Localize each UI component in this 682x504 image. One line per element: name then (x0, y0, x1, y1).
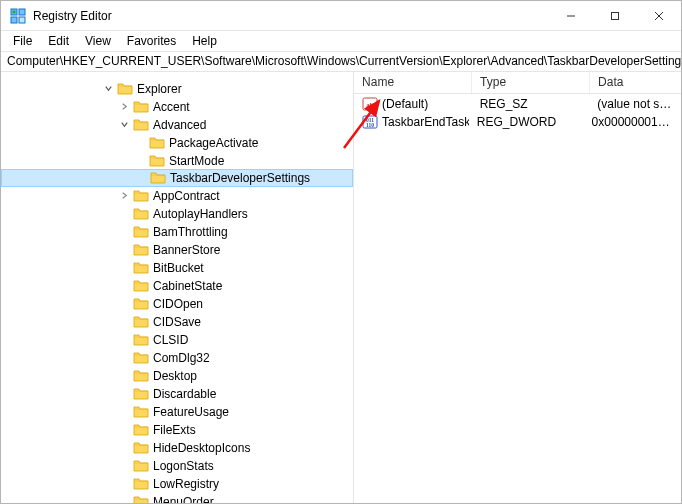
tree-item-appcontract[interactable]: AppContract (1, 187, 353, 205)
minimize-button[interactable] (549, 1, 593, 31)
expander-placeholder (117, 297, 131, 311)
expander-placeholder (117, 207, 131, 221)
value-data: (value not set) (589, 97, 681, 111)
value-type: REG_SZ (472, 97, 590, 111)
tree-item-label: PackageActivate (169, 136, 258, 150)
value-name: (Default) (382, 97, 428, 111)
values-pane[interactable]: Name Type Data ab(Default)REG_SZ(value n… (354, 72, 681, 503)
tree-item-hidedesktopicons[interactable]: HideDesktopIcons (1, 439, 353, 457)
svg-rect-6 (612, 12, 619, 19)
expander-placeholder (117, 441, 131, 455)
tree-item-label: CLSID (153, 333, 188, 347)
value-row[interactable]: ab(Default)REG_SZ(value not set) (354, 95, 681, 113)
tree-item-label: CIDSave (153, 315, 201, 329)
tree-item-bitbucket[interactable]: BitBucket (1, 259, 353, 277)
list-header: Name Type Data (354, 72, 681, 94)
expander-placeholder (117, 333, 131, 347)
folder-icon (133, 225, 149, 239)
tree-item-fileexts[interactable]: FileExts (1, 421, 353, 439)
svg-rect-2 (11, 17, 17, 23)
tree-item-accent[interactable]: Accent (1, 98, 353, 116)
menu-file[interactable]: File (5, 32, 40, 50)
header-type[interactable]: Type (472, 72, 590, 93)
tree-item-autoplayhandlers[interactable]: AutoplayHandlers (1, 205, 353, 223)
folder-icon (133, 459, 149, 473)
tree-item-bannerstore[interactable]: BannerStore (1, 241, 353, 259)
registry-editor-window: Registry Editor File Edit View Favorites… (0, 0, 682, 504)
value-data: 0x00000001 (1) (584, 115, 681, 129)
tree-item-bamthrottling[interactable]: BamThrottling (1, 223, 353, 241)
tree-item-label: FeatureUsage (153, 405, 229, 419)
regedit-icon (9, 7, 27, 25)
folder-icon (150, 171, 166, 185)
tree-item-taskbardevelopersettings[interactable]: TaskbarDeveloperSettings (1, 169, 353, 187)
close-button[interactable] (637, 1, 681, 31)
tree-item-lowregistry[interactable]: LowRegistry (1, 475, 353, 493)
folder-icon (133, 405, 149, 419)
tree-item-label: BitBucket (153, 261, 204, 275)
tree-item-cabinetstate[interactable]: CabinetState (1, 277, 353, 295)
folder-icon (149, 136, 165, 150)
svg-text:110: 110 (366, 122, 374, 128)
folder-icon (133, 477, 149, 491)
tree-item-label: CIDOpen (153, 297, 203, 311)
folder-icon (133, 315, 149, 329)
chevron-down-icon[interactable] (101, 82, 115, 96)
menu-view[interactable]: View (77, 32, 119, 50)
tree-item-label: LowRegistry (153, 477, 219, 491)
folder-icon (133, 351, 149, 365)
menu-help[interactable]: Help (184, 32, 225, 50)
tree-item-label: Explorer (137, 82, 182, 96)
tree-pane[interactable]: ExplorerAccentAdvancedPackageActivateSta… (1, 72, 354, 503)
tree-item-cidopen[interactable]: CIDOpen (1, 295, 353, 313)
tree-item-label: Desktop (153, 369, 197, 383)
tree-item-menuorder[interactable]: MenuOrder (1, 493, 353, 503)
menu-favorites[interactable]: Favorites (119, 32, 184, 50)
menu-edit[interactable]: Edit (40, 32, 77, 50)
tree-item-packageactivate[interactable]: PackageActivate (1, 134, 353, 152)
expander-placeholder (117, 459, 131, 473)
tree-item-label: StartMode (169, 154, 224, 168)
tree-item-cidsave[interactable]: CIDSave (1, 313, 353, 331)
tree-item-discardable[interactable]: Discardable (1, 385, 353, 403)
tree-item-label: CabinetState (153, 279, 222, 293)
svg-rect-3 (19, 17, 25, 23)
expander-placeholder (117, 351, 131, 365)
expander-placeholder (134, 171, 148, 185)
chevron-right-icon[interactable] (117, 100, 131, 114)
expander-placeholder (117, 405, 131, 419)
expander-placeholder (117, 225, 131, 239)
tree-item-comdlg32[interactable]: ComDlg32 (1, 349, 353, 367)
expander-placeholder (117, 423, 131, 437)
tree-item-label: Discardable (153, 387, 216, 401)
expander-placeholder (117, 279, 131, 293)
reg-sz-icon: ab (362, 96, 378, 112)
folder-icon (133, 207, 149, 221)
tree-item-label: ComDlg32 (153, 351, 210, 365)
folder-icon (133, 279, 149, 293)
folder-icon (117, 82, 133, 96)
folder-icon (133, 189, 149, 203)
value-row[interactable]: 011110TaskbarEndTaskREG_DWORD0x00000001 … (354, 113, 681, 131)
value-name: TaskbarEndTask (382, 115, 469, 129)
folder-icon (133, 495, 149, 503)
tree-item-advanced[interactable]: Advanced (1, 116, 353, 134)
tree-item-desktop[interactable]: Desktop (1, 367, 353, 385)
tree-item-explorer[interactable]: Explorer (1, 80, 353, 98)
folder-icon (133, 261, 149, 275)
chevron-down-icon[interactable] (117, 118, 131, 132)
maximize-button[interactable] (593, 1, 637, 31)
header-data[interactable]: Data (590, 72, 681, 93)
reg-dword-icon: 011110 (362, 114, 378, 130)
expander-placeholder (133, 136, 147, 150)
folder-icon (133, 369, 149, 383)
tree-item-clsid[interactable]: CLSID (1, 331, 353, 349)
tree-item-featureusage[interactable]: FeatureUsage (1, 403, 353, 421)
address-bar[interactable]: Computer\HKEY_CURRENT_USER\Software\Micr… (1, 52, 681, 71)
tree-item-logonstats[interactable]: LogonStats (1, 457, 353, 475)
header-name[interactable]: Name (354, 72, 472, 93)
folder-icon (133, 100, 149, 114)
tree-item-startmode[interactable]: StartMode (1, 152, 353, 170)
expander-placeholder (117, 315, 131, 329)
chevron-right-icon[interactable] (117, 189, 131, 203)
